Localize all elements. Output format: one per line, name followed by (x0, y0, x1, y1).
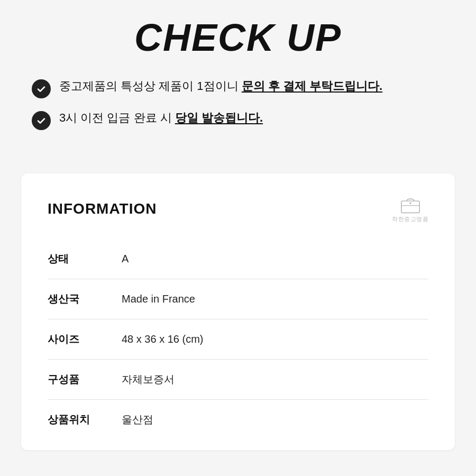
information-table: 상태 A 생산국 Made in France 사이즈 48 x 36 x 16… (48, 239, 428, 440)
list-item: 3시 이전 입금 완료 시 당일 발송됩니다. (32, 110, 444, 130)
watermark: 착한중고명품 (392, 195, 428, 223)
table-label: 사이즈 (48, 319, 122, 360)
table-row: 구성품 자체보증서 (48, 360, 428, 400)
checklist-item-highlight-1: 문의 후 결제 부탁드립니다. (242, 79, 382, 93)
table-value: 울산점 (122, 400, 428, 440)
table-label: 상태 (48, 239, 122, 279)
table-row: 상태 A (48, 239, 428, 279)
checklist-item-text-2: 3시 이전 입금 완료 시 당일 발송됩니다. (59, 110, 263, 126)
watermark-label: 착한중고명품 (392, 215, 428, 223)
checklist: 중고제품의 특성상 제품이 1점이니 문의 후 결제 부탁드립니다. 3시 이전… (32, 78, 444, 130)
table-row: 상품위치 울산점 (48, 400, 428, 440)
checklist-item-text-1: 중고제품의 특성상 제품이 1점이니 문의 후 결제 부탁드립니다. (59, 78, 382, 95)
table-row: 사이즈 48 x 36 x 16 (cm) (48, 319, 428, 360)
table-value: 자체보증서 (122, 360, 428, 400)
table-value: 48 x 36 x 16 (cm) (122, 319, 428, 360)
check-icon-1 (32, 79, 51, 98)
list-item: 중고제품의 특성상 제품이 1점이니 문의 후 결제 부탁드립니다. (32, 78, 444, 98)
table-value: Made in France (122, 279, 428, 319)
check-icon-2 (32, 111, 51, 130)
watermark-bag-icon (399, 195, 422, 214)
information-header: INFORMATION 착한중고명품 (48, 195, 428, 223)
table-label: 상품위치 (48, 400, 122, 440)
checklist-item-highlight-2: 당일 발송됩니다. (175, 111, 263, 124)
table-label: 생산국 (48, 279, 122, 319)
table-row: 생산국 Made in France (48, 279, 428, 319)
top-section: CHECK UP 중고제품의 특성상 제품이 1점이니 문의 후 결제 부탁드립… (0, 0, 476, 163)
information-section: INFORMATION 착한중고명품 상태 A 생산국 Made in Fran… (21, 173, 455, 450)
page-title: CHECK UP (32, 16, 444, 59)
table-label: 구성품 (48, 360, 122, 400)
information-title: INFORMATION (48, 200, 157, 217)
svg-point-2 (409, 203, 411, 204)
table-value: A (122, 239, 428, 279)
